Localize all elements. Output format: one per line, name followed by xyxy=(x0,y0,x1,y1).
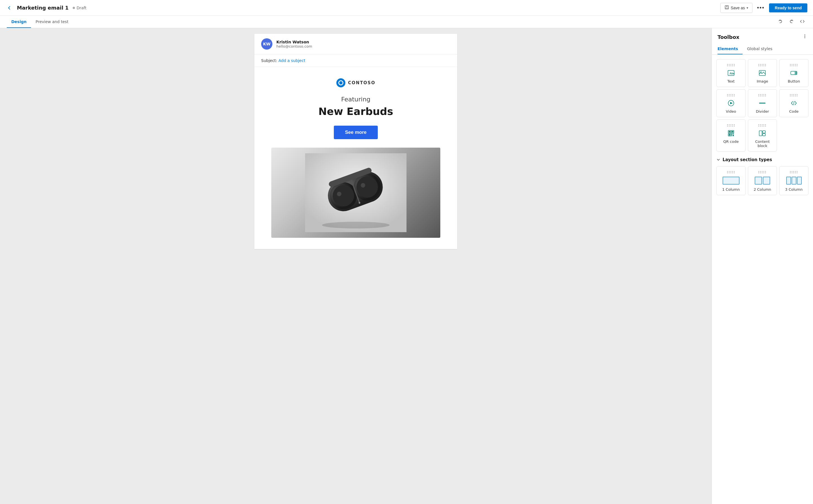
svg-rect-38 xyxy=(733,134,734,134)
toolbox-panel: Toolbox Elements Global styles xyxy=(712,28,813,504)
tab-preview[interactable]: Preview and test xyxy=(31,16,73,28)
svg-rect-32 xyxy=(729,131,730,132)
svg-point-17 xyxy=(805,37,805,38)
drag-handle-qr xyxy=(719,124,743,126)
layout-section-header[interactable]: Layout section types xyxy=(716,157,808,162)
code-element-icon xyxy=(782,99,806,108)
ready-to-send-button[interactable]: Ready to send xyxy=(769,3,807,12)
sender-name: Kristin Watson xyxy=(276,40,312,44)
layout-3-column[interactable]: 3 Column xyxy=(779,166,808,195)
avatar: KW xyxy=(261,38,272,50)
redo-button[interactable] xyxy=(788,18,795,26)
toolbox-title: Toolbox xyxy=(718,34,739,40)
element-video[interactable]: Video xyxy=(716,89,746,117)
drag-handle-3col xyxy=(782,171,806,173)
drag-handle-content-block xyxy=(750,124,775,126)
tab-global-styles[interactable]: Global styles xyxy=(747,44,777,54)
code-element-label: Code xyxy=(782,109,806,114)
image-element-label: Image xyxy=(750,79,775,83)
tab-elements[interactable]: Elements xyxy=(718,44,743,54)
layout-2-column[interactable]: 2 Column xyxy=(748,166,777,195)
more-icon: ••• xyxy=(757,5,765,11)
drag-handle-1col xyxy=(719,171,743,173)
chevron-down-icon: ▾ xyxy=(747,6,748,10)
svg-rect-39 xyxy=(731,135,732,136)
button-element-label: Button xyxy=(782,79,806,83)
canvas-area: KW Kristin Watson hello@contoso.com Subj… xyxy=(0,28,712,504)
back-button[interactable] xyxy=(6,4,13,12)
toolbox-content: Abc Text xyxy=(712,55,813,200)
email-body: CONTOSO Featuring New Earbuds See more xyxy=(254,67,457,249)
layout-3-col-icon xyxy=(782,176,806,186)
svg-point-16 xyxy=(805,36,805,37)
element-qr-code[interactable]: QR code xyxy=(716,119,746,152)
svg-rect-42 xyxy=(763,131,765,133)
svg-rect-2 xyxy=(725,8,728,9)
svg-rect-36 xyxy=(729,134,730,136)
subject-prefix: Subject: xyxy=(261,58,277,63)
save-as-button[interactable]: Save as ▾ xyxy=(720,3,753,13)
tabs: Design Preview and test xyxy=(7,16,73,28)
header-left: Marketing email 1 Draft xyxy=(6,4,86,12)
svg-marker-28 xyxy=(730,102,733,104)
app-header: Marketing email 1 Draft Save as ▾ ••• Re… xyxy=(0,0,813,16)
save-as-label: Save as xyxy=(731,6,745,10)
svg-rect-37 xyxy=(731,134,732,135)
tab-bar: Design Preview and test xyxy=(0,16,813,28)
undo-button[interactable] xyxy=(777,18,784,26)
video-element-icon xyxy=(719,99,743,108)
divider-element-label: Divider xyxy=(750,109,775,114)
text-element-label: Text xyxy=(719,79,743,83)
content-block-element-icon xyxy=(750,129,775,138)
see-more-button[interactable]: See more xyxy=(334,126,378,139)
contoso-inner-ring xyxy=(338,80,343,85)
save-icon xyxy=(725,5,729,11)
tab-design[interactable]: Design xyxy=(7,16,31,28)
svg-line-30 xyxy=(794,101,794,105)
more-options-button[interactable]: ••• xyxy=(755,3,767,12)
email-subject: Subject: Add a subject xyxy=(254,54,457,67)
svg-rect-40 xyxy=(733,135,734,136)
element-text[interactable]: Abc Text xyxy=(716,59,746,87)
layout-2-col-label: 2 Column xyxy=(750,187,775,192)
product-image xyxy=(271,148,440,238)
sender-info: Kristin Watson hello@contoso.com xyxy=(276,40,312,48)
drag-handle-divider xyxy=(750,94,775,96)
ready-label: Ready to send xyxy=(775,6,802,10)
element-code[interactable]: Code xyxy=(779,89,808,117)
draft-label: Draft xyxy=(77,6,86,10)
add-subject-link[interactable]: Add a subject xyxy=(279,58,305,63)
content-block-element-label: Content block xyxy=(750,139,775,148)
button-element-icon xyxy=(782,68,806,77)
element-divider[interactable]: Divider xyxy=(748,89,777,117)
layout-1-col-label: 1 Column xyxy=(719,187,743,192)
svg-rect-41 xyxy=(759,131,762,136)
drag-handle-button xyxy=(782,64,806,66)
sender-email: hello@contoso.com xyxy=(276,44,312,48)
product-title: New Earbuds xyxy=(271,106,440,117)
element-image[interactable]: Image xyxy=(748,59,777,87)
drag-handle-2col xyxy=(750,171,775,173)
email-card: KW Kristin Watson hello@contoso.com Subj… xyxy=(254,34,457,249)
code-view-icon xyxy=(799,19,805,24)
layout-section-title: Layout section types xyxy=(723,157,772,162)
svg-rect-1 xyxy=(726,6,728,7)
layout-3-col-label: 3 Column xyxy=(782,187,806,192)
featuring-text: Featuring xyxy=(271,96,440,103)
toolbox-more-icon xyxy=(802,34,807,39)
element-button[interactable]: Button xyxy=(779,59,808,87)
layout-grid: 1 Column 2 Column xyxy=(716,166,808,195)
toolbox-more-button[interactable] xyxy=(802,34,807,40)
drag-handle-image xyxy=(750,64,775,66)
undo-icon xyxy=(778,19,783,24)
drag-handle-text xyxy=(719,64,743,66)
layout-1-col-icon xyxy=(719,176,743,186)
element-content-block[interactable]: Content block xyxy=(748,119,777,152)
main-content: KW Kristin Watson hello@contoso.com Subj… xyxy=(0,28,813,504)
code-view-button[interactable] xyxy=(798,18,806,26)
layout-1-column[interactable]: 1 Column xyxy=(716,166,746,195)
header-right: Save as ▾ ••• Ready to send xyxy=(720,3,807,13)
drag-handle-video xyxy=(719,94,743,96)
email-sender-info: KW Kristin Watson hello@contoso.com xyxy=(254,34,457,54)
divider-element-icon xyxy=(750,99,775,108)
